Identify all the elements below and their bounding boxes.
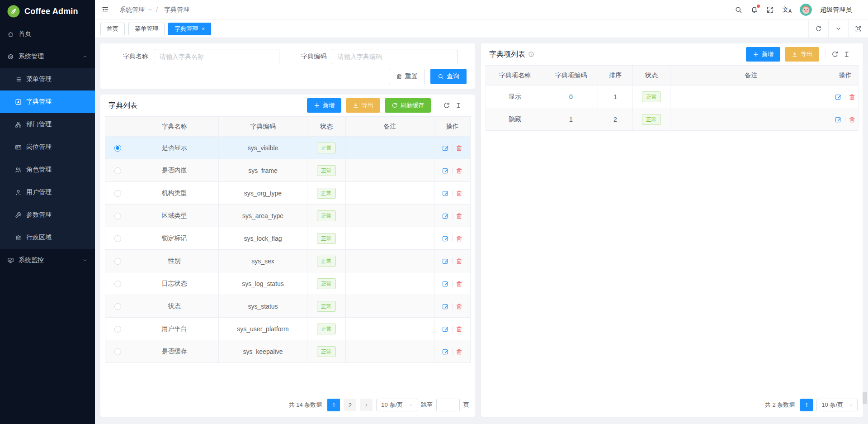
collapse-sidebar-icon[interactable] bbox=[101, 6, 109, 14]
delete-icon[interactable] bbox=[456, 190, 462, 197]
row-radio[interactable] bbox=[114, 258, 121, 265]
page-button[interactable]: 1 bbox=[327, 399, 340, 411]
sidebar-item[interactable]: 角色管理 bbox=[0, 158, 95, 181]
query-search-icon bbox=[438, 73, 444, 80]
sidebar-item-label: 首页 bbox=[19, 30, 31, 38]
delete-icon[interactable] bbox=[456, 348, 462, 355]
page-size-select[interactable]: 10 条/页 bbox=[816, 399, 858, 411]
table-row[interactable]: 用户平台 sys_user_platform 正常 bbox=[105, 318, 471, 340]
sidebar-item[interactable]: 行政区域 bbox=[0, 226, 95, 249]
user-name[interactable]: 超级管理员 bbox=[820, 6, 852, 14]
search-icon[interactable] bbox=[735, 6, 742, 14]
add-item-button[interactable]: 新增 bbox=[746, 47, 780, 62]
delete-icon[interactable] bbox=[456, 281, 462, 287]
table-row[interactable]: 日志状态 sys_log_status 正常 bbox=[105, 272, 471, 295]
delete-icon[interactable] bbox=[456, 145, 462, 152]
edit-icon[interactable] bbox=[835, 116, 842, 123]
row-radio[interactable] bbox=[114, 326, 121, 333]
tab-item[interactable]: 菜单管理 bbox=[128, 23, 165, 35]
refresh-table-icon[interactable] bbox=[831, 51, 839, 58]
jump-suffix: 页 bbox=[463, 401, 469, 409]
row-height-icon[interactable] bbox=[843, 51, 850, 58]
table-row[interactable]: 锁定标记 sys_lock_flag 正常 bbox=[105, 227, 471, 250]
sidebar-item[interactable]: 字典管理 bbox=[0, 91, 95, 113]
delete-icon[interactable] bbox=[456, 258, 462, 265]
table-row[interactable]: 是否缓存 sys_keepalive 正常 bbox=[105, 340, 471, 363]
table-row[interactable]: 显示 0 1 正常 bbox=[486, 86, 859, 108]
sidebar-item[interactable]: 岗位管理 bbox=[0, 136, 95, 158]
edit-icon[interactable] bbox=[442, 258, 449, 265]
table-row[interactable]: 机构类型 sys_org_type 正常 bbox=[105, 182, 471, 205]
reset-button[interactable]: 重置 bbox=[389, 69, 425, 84]
row-radio[interactable] bbox=[114, 235, 121, 242]
delete-icon[interactable] bbox=[456, 235, 462, 242]
delete-icon[interactable] bbox=[456, 326, 462, 333]
export-item-button[interactable]: 导出 bbox=[785, 47, 819, 62]
add-dict-button[interactable]: 新增 bbox=[307, 98, 341, 113]
scrollbar-track[interactable] bbox=[863, 61, 867, 404]
row-radio[interactable] bbox=[114, 303, 121, 310]
maximize-content-icon[interactable] bbox=[848, 20, 868, 38]
sidebar-item[interactable]: 参数管理 bbox=[0, 204, 95, 226]
delete-icon[interactable] bbox=[849, 116, 855, 123]
notifications-button[interactable] bbox=[750, 6, 758, 14]
row-radio[interactable] bbox=[114, 213, 121, 219]
table-row[interactable]: 区域类型 sys_area_type 正常 bbox=[105, 205, 471, 227]
breadcrumb-parent[interactable]: 系统管理 bbox=[119, 6, 145, 14]
tab-menu-chevron-icon[interactable] bbox=[828, 20, 848, 38]
table-row[interactable]: 性别 sys_sex 正常 bbox=[105, 250, 471, 272]
tab-active[interactable]: 字典管理 × bbox=[168, 23, 211, 35]
refresh-cache-button[interactable]: 刷新缓存 bbox=[385, 98, 431, 113]
refresh-table-icon[interactable] bbox=[443, 102, 450, 109]
content: 字典名称 字典编码 重置 bbox=[95, 38, 868, 424]
info-icon[interactable] bbox=[528, 51, 534, 57]
edit-icon[interactable] bbox=[835, 94, 842, 100]
export-dict-button[interactable]: 导出 bbox=[346, 98, 380, 113]
language-icon[interactable]: 文A bbox=[782, 6, 792, 14]
fullscreen-icon[interactable] bbox=[766, 6, 774, 14]
row-radio[interactable] bbox=[114, 281, 121, 287]
page-button[interactable]: 2 bbox=[344, 399, 356, 411]
sidebar-item[interactable]: 系统管理 bbox=[0, 45, 95, 68]
dict-code-input[interactable] bbox=[332, 49, 458, 64]
avatar[interactable] bbox=[800, 4, 812, 16]
delete-icon[interactable] bbox=[456, 303, 462, 310]
row-height-icon[interactable] bbox=[455, 102, 462, 109]
sidebar-item[interactable]: 菜单管理 bbox=[0, 68, 95, 91]
edit-icon[interactable] bbox=[442, 213, 449, 219]
sidebar-item[interactable]: 系统监控 bbox=[0, 249, 95, 272]
logo[interactable]: Coffee Admin bbox=[0, 0, 95, 23]
scrollbar-thumb[interactable] bbox=[863, 392, 867, 404]
jump-page-input[interactable] bbox=[436, 399, 460, 411]
edit-icon[interactable] bbox=[442, 145, 449, 152]
refresh-page-icon[interactable] bbox=[808, 20, 828, 38]
dict-name-input[interactable] bbox=[154, 49, 279, 64]
sidebar-item[interactable]: 用户管理 bbox=[0, 181, 95, 204]
row-radio[interactable] bbox=[114, 348, 121, 355]
edit-icon[interactable] bbox=[442, 190, 449, 197]
next-page-button[interactable] bbox=[360, 399, 373, 411]
row-radio[interactable] bbox=[114, 190, 121, 197]
sidebar-item[interactable]: 部门管理 bbox=[0, 113, 95, 136]
row-radio[interactable] bbox=[114, 167, 121, 174]
delete-icon[interactable] bbox=[849, 94, 855, 100]
query-button[interactable]: 查询 bbox=[430, 69, 467, 84]
table-row[interactable]: 是否内嵌 sys_frame 正常 bbox=[105, 159, 471, 182]
delete-icon[interactable] bbox=[456, 167, 462, 174]
sidebar-item[interactable]: 首页 bbox=[0, 23, 95, 45]
row-radio[interactable] bbox=[114, 145, 121, 152]
tab-item[interactable]: 首页 bbox=[100, 23, 125, 35]
edit-icon[interactable] bbox=[442, 348, 449, 355]
table-row[interactable]: 状态 sys_status 正常 bbox=[105, 295, 471, 318]
edit-icon[interactable] bbox=[442, 167, 449, 174]
delete-icon[interactable] bbox=[456, 213, 462, 219]
page-size-select[interactable]: 10 条/页 bbox=[376, 399, 417, 411]
edit-icon[interactable] bbox=[442, 235, 449, 242]
close-tab-icon[interactable]: × bbox=[202, 26, 205, 32]
edit-icon[interactable] bbox=[442, 281, 449, 287]
page-button[interactable]: 1 bbox=[800, 399, 813, 411]
table-row[interactable]: 隐藏 1 2 正常 bbox=[486, 108, 859, 131]
edit-icon[interactable] bbox=[442, 326, 449, 333]
edit-icon[interactable] bbox=[442, 303, 449, 310]
table-row[interactable]: 是否显示 sys_visible 正常 bbox=[105, 137, 471, 159]
